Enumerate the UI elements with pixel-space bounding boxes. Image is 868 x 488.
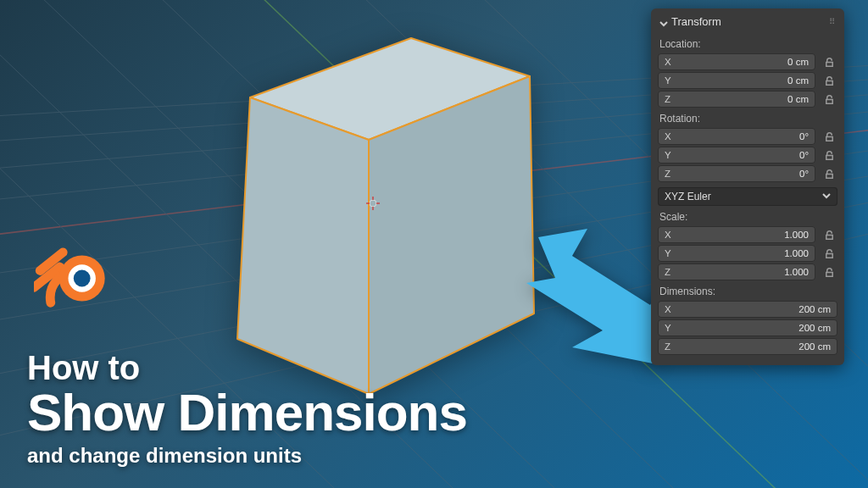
blender-logo-icon xyxy=(34,241,110,308)
transform-panel: Transform ⠿ Location: X 0 cm Y 0 cm Z 0 … xyxy=(651,8,844,365)
title-main: Show Dimensions xyxy=(27,386,467,439)
dimensions-z-field[interactable]: Z 200 cm xyxy=(658,338,837,355)
lock-icon[interactable] xyxy=(821,91,837,108)
dimensions-label: Dimensions: xyxy=(659,286,836,297)
dimensions-x-field[interactable]: X 200 cm xyxy=(658,301,837,318)
default-cube xyxy=(191,17,555,407)
viewport-thumbnail: How to Show Dimensions and change dimens… xyxy=(0,0,868,488)
location-y-field[interactable]: Y 0 cm xyxy=(658,72,815,89)
svg-marker-27 xyxy=(526,229,665,364)
3d-cursor-icon xyxy=(366,197,380,210)
scale-y-field[interactable]: Y 1.000 xyxy=(658,245,815,262)
location-label: Location: xyxy=(659,38,836,50)
panel-title: Transform xyxy=(671,15,721,28)
rotation-y-field[interactable]: Y 0° xyxy=(658,147,815,164)
svg-point-19 xyxy=(370,200,376,207)
location-x-field[interactable]: X 0 cm xyxy=(658,53,815,70)
scale-z-field[interactable]: Z 1.000 xyxy=(658,263,815,280)
chevron-down-icon xyxy=(822,191,831,202)
lock-icon[interactable] xyxy=(821,128,837,145)
location-z-field[interactable]: Z 0 cm xyxy=(658,91,815,108)
lock-icon[interactable] xyxy=(821,263,837,280)
chevron-down-icon xyxy=(659,18,668,26)
title-block: How to Show Dimensions and change dimens… xyxy=(27,351,467,468)
svg-point-26 xyxy=(74,270,91,287)
callout-arrow-icon xyxy=(521,220,665,364)
rotation-x-field[interactable]: X 0° xyxy=(658,128,815,145)
lock-icon[interactable] xyxy=(821,245,837,262)
rotation-mode-value: XYZ Euler xyxy=(665,191,711,202)
scale-x-field[interactable]: X 1.000 xyxy=(658,226,815,243)
drag-grip-icon[interactable]: ⠿ xyxy=(829,17,836,26)
rotation-z-field[interactable]: Z 0° xyxy=(658,165,815,182)
panel-header[interactable]: Transform ⠿ xyxy=(658,14,837,33)
lock-icon[interactable] xyxy=(821,147,837,164)
lock-icon[interactable] xyxy=(821,226,837,243)
rotation-mode-select[interactable]: XYZ Euler xyxy=(658,187,837,206)
lock-icon[interactable] xyxy=(821,165,837,182)
rotation-label: Rotation: xyxy=(659,113,836,125)
svg-marker-17 xyxy=(237,97,369,394)
lock-icon[interactable] xyxy=(821,72,837,89)
dimensions-y-field[interactable]: Y 200 cm xyxy=(658,319,837,336)
lock-icon[interactable] xyxy=(821,53,837,70)
scale-label: Scale: xyxy=(659,211,836,223)
title-sub: and change dimension units xyxy=(27,444,467,468)
title-pre: How to xyxy=(27,351,467,385)
